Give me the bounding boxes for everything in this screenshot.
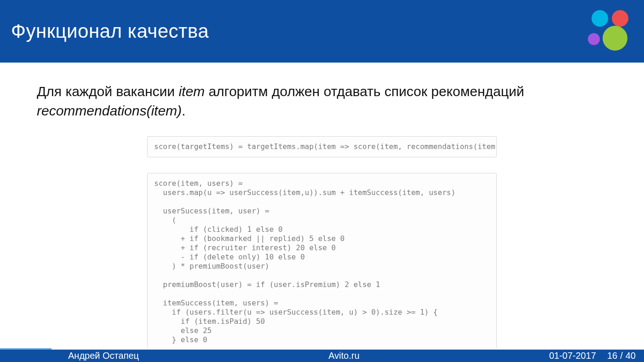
avito-logo [588,10,634,56]
logo-dot-red [612,10,628,27]
code-block-2: score(item, users) = users.map(u => user… [147,173,497,351]
slide-footer: Андрей Остапец Avito.ru 01-07-2017 16/40 [0,350,644,362]
desc-italic-item: item [178,84,205,99]
code-block-1-wrap: score(targetItems) = targetItems.map(ite… [147,136,497,157]
desc-text-3: . [182,103,185,118]
slide: Функционал качества Для каждой вакансии … [0,0,644,362]
desc-text-2: алгоритм должен отдавать список рекоменд… [205,84,524,99]
desc-text-1: Для каждой вакансии [37,84,178,99]
logo-dot-blue [592,10,608,27]
code-block-2-wrap: score(item, users) = users.map(u => user… [147,173,497,351]
code-block-1: score(targetItems) = targetItems.map(ite… [147,136,497,157]
slide-title: Функционал качества [11,20,209,42]
footer-author: Андрей Остапец [8,351,139,361]
footer-page-sep: / [617,351,626,361]
footer-page-current: 16 [607,351,617,361]
logo-dot-green [603,26,627,51]
desc-italic-rec: recommendations(item) [37,103,182,118]
footer-date: 01-07-2017 [549,351,596,361]
slide-header: Функционал качества [0,0,644,63]
footer-page: 16/40 [607,351,636,361]
footer-page-total: 40 [626,351,636,361]
slide-body: Для каждой вакансии item алгоритм должен… [0,63,644,362]
logo-dot-purple [588,33,600,45]
footer-org: Avito.ru [139,351,549,361]
description-paragraph: Для каждой вакансии item алгоритм должен… [37,82,607,121]
